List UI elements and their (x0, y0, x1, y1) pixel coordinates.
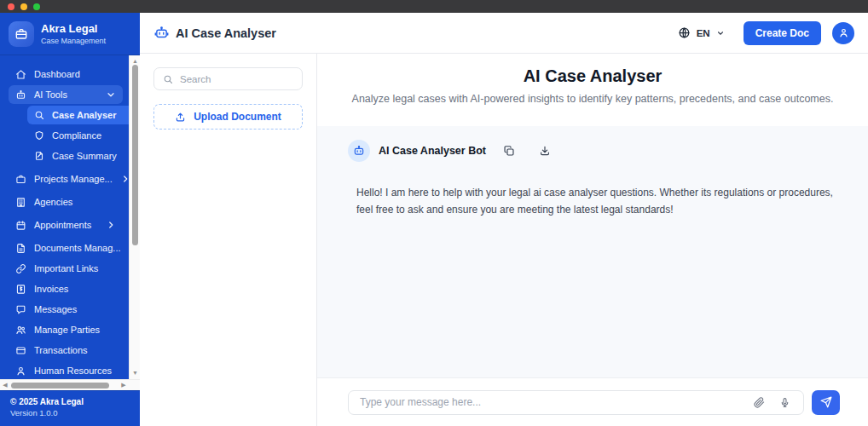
chat-input-bar (317, 377, 868, 426)
main-area: AI Case Analyser EN Create Doc (140, 13, 868, 426)
shield-icon (34, 130, 44, 141)
chat-subheading: Analyze legal cases with AI-powered insi… (334, 93, 851, 105)
sidebar-item-label: Projects Manage... (34, 174, 113, 184)
file-text-icon (15, 243, 26, 254)
search-icon (163, 74, 173, 84)
sidebar-item-dashboard[interactable]: Dashboard (9, 65, 123, 83)
sidebar-footer: © 2025 Akra Legal Version 1.0.0 (0, 390, 140, 426)
copy-icon[interactable] (503, 145, 515, 157)
chat-body: AI Case Analyser Bot Hello! I am here to… (317, 126, 868, 377)
sidebar-item-label: Case Analyser (52, 110, 116, 120)
sidebar-item-label: Agencies (34, 197, 72, 207)
sidebar-item-case-analyser[interactable]: Case Analyser (27, 106, 129, 124)
window-titlebar (0, 0, 868, 13)
message-icon (15, 304, 26, 315)
sidebar-item-important-links[interactable]: Important Links (9, 259, 123, 278)
horizontal-scroll-thumb[interactable] (11, 383, 109, 389)
send-icon (820, 396, 832, 408)
brand-name: Akra Legal (41, 22, 106, 36)
chevron-right-icon (106, 220, 116, 230)
sidebar-item-label: AI Tools (34, 89, 67, 100)
sidebar-item-label: Important Links (34, 263, 98, 273)
language-code: EN (697, 28, 710, 38)
robot-icon (353, 145, 365, 157)
sidebar-item-documents-management[interactable]: Documents Manag... (9, 239, 123, 257)
building-icon (15, 197, 26, 208)
sidebar-item-manage-parties[interactable]: Manage Parties (9, 320, 123, 339)
sidebar-item-label: Appointments (34, 220, 91, 230)
sidebar-item-appointments[interactable]: Appointments (9, 216, 123, 234)
sidebar-item-transactions[interactable]: Transactions (9, 341, 123, 360)
link-icon (15, 263, 26, 274)
paperclip-icon[interactable] (754, 397, 765, 408)
sidebar-item-messages[interactable]: Messages (9, 300, 123, 319)
globe-icon (678, 26, 691, 39)
upload-document-label: Upload Document (194, 111, 281, 123)
sidebar: Akra Legal Case Management Dashboard AI … (0, 13, 140, 426)
bot-name: AI Case Analyser Bot (379, 145, 486, 157)
bot-avatar (348, 140, 370, 162)
sidebar-item-label: Human Resources (34, 366, 112, 376)
sidebar-item-label: Dashboard (34, 69, 80, 79)
scroll-left-icon[interactable]: ◀ (0, 382, 10, 389)
scroll-down-icon[interactable]: ▼ (130, 369, 140, 377)
sidebar-item-projects-management[interactable]: Projects Manage... (9, 170, 123, 188)
invoice-icon (15, 284, 26, 295)
robot-icon (15, 89, 26, 101)
sidebar-item-label: Case Summary (52, 151, 117, 161)
tools-panel: Upload Document (140, 54, 317, 426)
language-selector[interactable]: EN (678, 26, 725, 39)
user-icon (838, 27, 849, 38)
download-icon[interactable] (539, 145, 551, 157)
sidebar-item-label: Manage Parties (34, 325, 100, 335)
credit-card-icon (15, 345, 26, 356)
create-doc-button[interactable]: Create Doc (744, 21, 821, 45)
sidebar-item-invoices[interactable]: Invoices (9, 279, 123, 298)
upload-document-button[interactable]: Upload Document (153, 104, 303, 130)
sidebar-nav: Dashboard AI Tools Case Analyser Complia… (0, 55, 140, 390)
window-minimize-icon[interactable] (20, 3, 27, 10)
chat-heading: AI Case Analyser (334, 66, 851, 86)
bot-message-header: AI Case Analyser Bot (348, 140, 837, 162)
vertical-scroll-thumb[interactable] (132, 65, 138, 245)
sidebar-item-label: Transactions (34, 345, 88, 355)
scroll-right-icon[interactable]: ▶ (119, 382, 129, 389)
chevron-down-icon (716, 29, 725, 37)
sidebar-item-label: Invoices (34, 284, 68, 294)
message-input[interactable] (360, 396, 754, 408)
chat-title-block: AI Case Analyser Analyze legal cases wit… (317, 54, 868, 126)
home-icon (15, 69, 26, 80)
robot-icon (154, 26, 169, 40)
search-box (153, 67, 303, 90)
sidebar-item-ai-tools[interactable]: AI Tools (9, 85, 123, 104)
message-input-box (348, 390, 804, 415)
window-close-icon[interactable] (8, 3, 14, 10)
bot-message-text: Hello! I am here to help with your legal… (356, 184, 837, 219)
sidebar-item-agencies[interactable]: Agencies (9, 193, 123, 211)
user-icon (15, 366, 26, 377)
sidebar-item-compliance[interactable]: Compliance (27, 126, 123, 145)
chat-panel: AI Case Analyser Analyze legal cases wit… (317, 54, 868, 426)
window-zoom-icon[interactable] (33, 3, 40, 10)
file-edit-icon (34, 151, 44, 161)
sidebar-item-human-resources[interactable]: Human Resources (9, 361, 123, 380)
microphone-icon[interactable] (779, 397, 790, 408)
user-avatar[interactable] (832, 22, 854, 44)
search-input[interactable] (180, 74, 293, 84)
brand-subtitle: Case Management (41, 37, 106, 45)
sidebar-item-case-summary[interactable]: Case Summary (27, 147, 123, 165)
briefcase-icon (9, 21, 34, 47)
version-text: Version 1.0.0 (10, 408, 130, 417)
search-icon (34, 110, 44, 120)
sidebar-brand: Akra Legal Case Management (0, 13, 140, 55)
main-header: AI Case Analyser EN Create Doc (140, 13, 868, 54)
chevron-down-icon (106, 89, 116, 100)
page-title: AI Case Analyser (176, 26, 276, 40)
sidebar-horizontal-scrollbar[interactable]: ◀ ▶ (0, 379, 140, 390)
sidebar-vertical-scrollbar[interactable]: ▲ ▼ (129, 55, 140, 379)
calendar-icon (15, 220, 26, 231)
send-button[interactable] (812, 390, 840, 415)
sidebar-item-label: Messages (34, 304, 77, 314)
sidebar-item-label: Documents Manag... (34, 243, 121, 253)
upload-icon (175, 112, 186, 123)
